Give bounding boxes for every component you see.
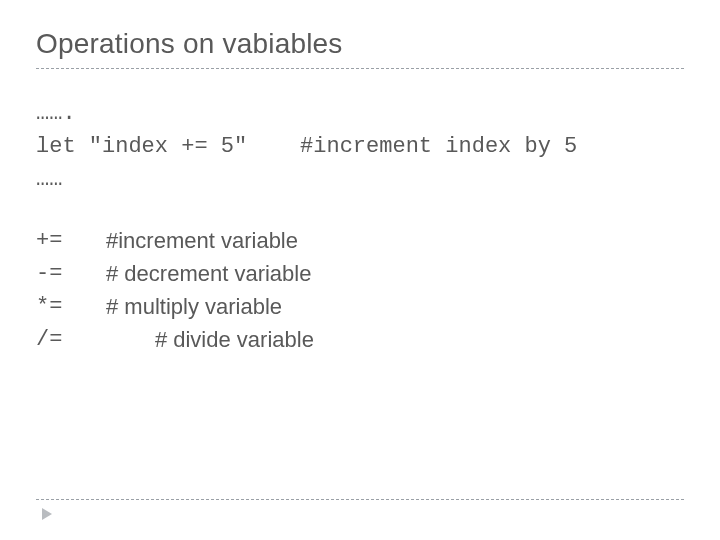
code-comment: #increment index by 5 [300, 134, 577, 159]
operator-symbol: /= [36, 323, 106, 356]
list-item: += #increment variable [36, 224, 684, 257]
operator-desc: # multiply variable [106, 290, 282, 323]
operator-desc: # decrement variable [106, 257, 311, 290]
list-item: *= # multiply variable [36, 290, 684, 323]
code-line-1: ……. [36, 101, 76, 126]
divider-top [36, 68, 684, 69]
nav-arrow-icon[interactable] [42, 508, 52, 520]
code-let: let "index += 5" [36, 134, 247, 159]
code-example: ……. let "index += 5" #increment index by… [36, 97, 684, 196]
operator-desc: #increment variable [106, 224, 298, 257]
list-item: /= # divide variable [36, 323, 684, 356]
slide: Operations on vabiables ……. let "index +… [0, 0, 720, 540]
operator-desc: # divide variable [106, 323, 314, 356]
code-line-3: …… [36, 167, 62, 192]
list-item: -= # decrement variable [36, 257, 684, 290]
operator-symbol: += [36, 224, 106, 257]
page-title: Operations on vabiables [36, 28, 684, 60]
operator-symbol: *= [36, 290, 106, 323]
operator-symbol: -= [36, 257, 106, 290]
divider-bottom [36, 499, 684, 500]
operator-list: += #increment variable -= # decrement va… [36, 224, 684, 356]
